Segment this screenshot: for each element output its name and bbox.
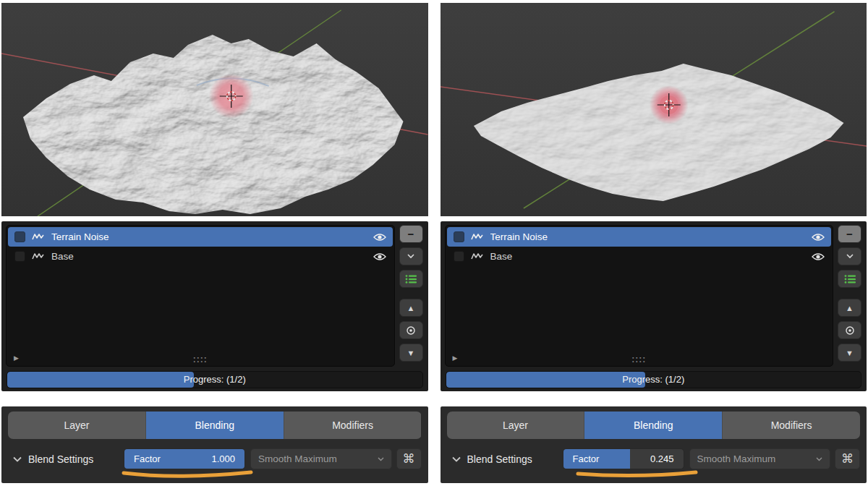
move-up-button[interactable]: ▲ xyxy=(399,299,423,317)
grip-handle[interactable]: :::: xyxy=(193,354,208,364)
layer-name: Terrain Noise xyxy=(51,231,367,242)
tab-group: Layer Blending Modifiers xyxy=(8,412,422,439)
layer-checkbox[interactable] xyxy=(14,231,25,242)
presets-list-button[interactable] xyxy=(838,270,861,288)
fcurve-icon xyxy=(471,232,484,242)
controls-section: Layer Blending Modifiers Blend Settings … xyxy=(1,406,428,483)
layer-row-base[interactable]: Base xyxy=(8,247,393,266)
dropdown-chevron-icon xyxy=(816,457,822,461)
tab-layer[interactable]: Layer xyxy=(447,412,585,439)
factor-slider[interactable]: Factor 0.245 xyxy=(563,448,684,469)
grip-handle[interactable]: :::: xyxy=(631,354,646,364)
remove-layer-button[interactable]: − xyxy=(399,225,423,243)
layer-list-section: Terrain Noise Base ▶ :::: xyxy=(1,221,428,391)
fcurve-icon xyxy=(471,252,484,261)
tab-blending[interactable]: Blending xyxy=(584,412,723,439)
viewport-3d[interactable] xyxy=(441,3,867,216)
tab-layer[interactable]: Layer xyxy=(8,412,146,439)
factor-value: 1.000 xyxy=(211,449,235,469)
factor-label: Factor xyxy=(134,449,161,469)
factor-label: Factor xyxy=(573,449,600,469)
controls-section: Layer Blending Modifiers Blend Settings … xyxy=(441,406,867,483)
eye-icon[interactable] xyxy=(812,233,825,242)
tab-blending[interactable]: Blending xyxy=(146,412,284,439)
progress-label: Progress: (1/2) xyxy=(446,372,861,388)
panel-right: Terrain Noise Base ▶ :::: xyxy=(441,3,867,483)
layer-name: Terrain Noise xyxy=(490,231,806,242)
collapse-chevron-icon[interactable] xyxy=(452,456,461,462)
list-options-button[interactable] xyxy=(838,247,861,265)
layer-list: Terrain Noise Base ▶ :::: xyxy=(6,225,395,367)
expand-icon[interactable]: ▶ xyxy=(14,354,19,362)
isolate-target-button[interactable] xyxy=(399,321,423,339)
layer-row-base[interactable]: Base xyxy=(447,247,832,266)
move-up-button[interactable]: ▲ xyxy=(838,299,861,317)
layer-row-terrain-noise[interactable]: Terrain Noise xyxy=(8,227,393,247)
layer-checkbox[interactable] xyxy=(454,251,464,262)
viewport-3d[interactable] xyxy=(1,3,428,216)
progress-bar: Progress: (1/2) xyxy=(7,371,423,388)
eye-icon[interactable] xyxy=(373,252,386,261)
layer-list: Terrain Noise Base ▶ :::: xyxy=(445,225,834,367)
layer-list-section: Terrain Noise Base ▶ :::: xyxy=(441,221,867,391)
list-options-button[interactable] xyxy=(399,247,423,265)
blend-mode-value: Smooth Maximum xyxy=(697,453,776,464)
list-toolbar: − ▲ ▼ xyxy=(838,225,862,362)
chevron-down-icon xyxy=(846,254,854,259)
factor-slider[interactable]: Factor 1.000 xyxy=(124,448,245,469)
tab-modifiers[interactable]: Modifiers xyxy=(284,412,422,439)
target-icon xyxy=(845,325,855,336)
dropdown-chevron-icon xyxy=(378,457,384,461)
panel-left: Terrain Noise Base ▶ :::: xyxy=(1,3,428,483)
terrain-render-left xyxy=(1,3,428,216)
isolate-target-button[interactable] xyxy=(838,321,861,339)
progress-label: Progress: (1/2) xyxy=(7,372,422,388)
list-toolbar: − ▲ ▼ xyxy=(399,225,424,362)
blend-mode-dropdown[interactable]: Smooth Maximum xyxy=(689,448,831,469)
layer-name: Base xyxy=(490,251,806,262)
tab-modifiers[interactable]: Modifiers xyxy=(723,412,860,439)
eye-icon[interactable] xyxy=(812,252,825,261)
blend-settings-label: Blend Settings xyxy=(467,453,563,465)
command-icon-button[interactable]: ⌘ xyxy=(835,448,860,469)
target-icon xyxy=(406,325,416,336)
factor-value: 0.245 xyxy=(650,449,674,469)
collapse-chevron-icon[interactable] xyxy=(13,456,22,462)
blend-mode-value: Smooth Maximum xyxy=(258,453,337,464)
presets-list-icon xyxy=(405,274,417,284)
remove-layer-button[interactable]: − xyxy=(838,225,861,243)
presets-list-icon xyxy=(844,274,856,284)
fcurve-icon xyxy=(32,232,45,242)
orange-underline-annotation xyxy=(119,470,257,482)
blend-settings-label: Blend Settings xyxy=(28,453,124,465)
comparison-page: Terrain Noise Base ▶ :::: xyxy=(0,0,868,486)
blend-settings-row: Blend Settings Factor 1.000 Smooth Maxim… xyxy=(8,448,422,470)
layer-checkbox[interactable] xyxy=(454,231,464,242)
layer-checkbox[interactable] xyxy=(14,251,25,262)
layer-row-terrain-noise[interactable]: Terrain Noise xyxy=(447,227,832,247)
presets-list-button[interactable] xyxy=(399,270,423,288)
expand-icon[interactable]: ▶ xyxy=(453,354,458,362)
progress-bar: Progress: (1/2) xyxy=(446,371,862,388)
fcurve-icon xyxy=(32,252,45,261)
blend-mode-dropdown[interactable]: Smooth Maximum xyxy=(250,448,392,469)
move-down-button[interactable]: ▼ xyxy=(838,344,861,362)
chevron-down-icon xyxy=(407,254,414,259)
terrain-render-right xyxy=(441,3,867,216)
blend-settings-row: Blend Settings Factor 0.245 Smooth Maxim… xyxy=(447,448,861,470)
orange-underline-annotation xyxy=(574,469,705,481)
command-icon-button[interactable]: ⌘ xyxy=(396,448,422,469)
layer-name: Base xyxy=(51,251,367,262)
move-down-button[interactable]: ▼ xyxy=(399,344,423,362)
tab-group: Layer Blending Modifiers xyxy=(447,412,861,439)
eye-icon[interactable] xyxy=(373,233,386,242)
